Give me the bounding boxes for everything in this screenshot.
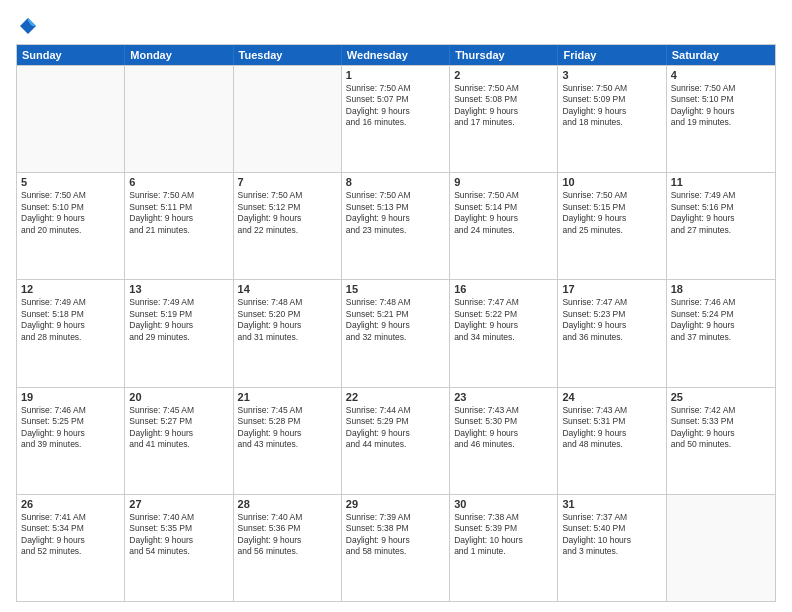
day-info: Sunrise: 7:50 AM Sunset: 5:11 PM Dayligh… — [129, 190, 228, 236]
day-info: Sunrise: 7:49 AM Sunset: 5:19 PM Dayligh… — [129, 297, 228, 343]
weekday-friday: Friday — [558, 45, 666, 65]
day-info: Sunrise: 7:47 AM Sunset: 5:22 PM Dayligh… — [454, 297, 553, 343]
calendar-cell-2-6: 18Sunrise: 7:46 AM Sunset: 5:24 PM Dayli… — [667, 280, 775, 386]
day-number: 24 — [562, 391, 661, 403]
weekday-monday: Monday — [125, 45, 233, 65]
weekday-tuesday: Tuesday — [234, 45, 342, 65]
calendar-cell-2-3: 15Sunrise: 7:48 AM Sunset: 5:21 PM Dayli… — [342, 280, 450, 386]
day-number: 8 — [346, 176, 445, 188]
calendar-cell-1-0: 5Sunrise: 7:50 AM Sunset: 5:10 PM Daylig… — [17, 173, 125, 279]
calendar-cell-0-5: 3Sunrise: 7:50 AM Sunset: 5:09 PM Daylig… — [558, 66, 666, 172]
day-info: Sunrise: 7:50 AM Sunset: 5:10 PM Dayligh… — [671, 83, 771, 129]
day-info: Sunrise: 7:45 AM Sunset: 5:28 PM Dayligh… — [238, 405, 337, 451]
day-number: 27 — [129, 498, 228, 510]
calendar-cell-4-1: 27Sunrise: 7:40 AM Sunset: 5:35 PM Dayli… — [125, 495, 233, 601]
day-info: Sunrise: 7:50 AM Sunset: 5:10 PM Dayligh… — [21, 190, 120, 236]
day-number: 28 — [238, 498, 337, 510]
day-info: Sunrise: 7:43 AM Sunset: 5:30 PM Dayligh… — [454, 405, 553, 451]
calendar-cell-1-5: 10Sunrise: 7:50 AM Sunset: 5:15 PM Dayli… — [558, 173, 666, 279]
calendar-cell-3-3: 22Sunrise: 7:44 AM Sunset: 5:29 PM Dayli… — [342, 388, 450, 494]
weekday-wednesday: Wednesday — [342, 45, 450, 65]
day-info: Sunrise: 7:37 AM Sunset: 5:40 PM Dayligh… — [562, 512, 661, 558]
calendar-cell-2-4: 16Sunrise: 7:47 AM Sunset: 5:22 PM Dayli… — [450, 280, 558, 386]
day-number: 9 — [454, 176, 553, 188]
day-info: Sunrise: 7:46 AM Sunset: 5:25 PM Dayligh… — [21, 405, 120, 451]
day-number: 4 — [671, 69, 771, 81]
calendar-cell-3-1: 20Sunrise: 7:45 AM Sunset: 5:27 PM Dayli… — [125, 388, 233, 494]
day-info: Sunrise: 7:39 AM Sunset: 5:38 PM Dayligh… — [346, 512, 445, 558]
day-number: 7 — [238, 176, 337, 188]
calendar-cell-3-2: 21Sunrise: 7:45 AM Sunset: 5:28 PM Dayli… — [234, 388, 342, 494]
day-info: Sunrise: 7:46 AM Sunset: 5:24 PM Dayligh… — [671, 297, 771, 343]
calendar-cell-0-0 — [17, 66, 125, 172]
calendar-cell-3-4: 23Sunrise: 7:43 AM Sunset: 5:30 PM Dayli… — [450, 388, 558, 494]
day-info: Sunrise: 7:42 AM Sunset: 5:33 PM Dayligh… — [671, 405, 771, 451]
calendar-row-5: 26Sunrise: 7:41 AM Sunset: 5:34 PM Dayli… — [17, 494, 775, 601]
calendar-cell-0-4: 2Sunrise: 7:50 AM Sunset: 5:08 PM Daylig… — [450, 66, 558, 172]
day-number: 13 — [129, 283, 228, 295]
day-number: 12 — [21, 283, 120, 295]
calendar-body: 1Sunrise: 7:50 AM Sunset: 5:07 PM Daylig… — [17, 65, 775, 601]
day-info: Sunrise: 7:45 AM Sunset: 5:27 PM Dayligh… — [129, 405, 228, 451]
day-number: 30 — [454, 498, 553, 510]
calendar-cell-1-3: 8Sunrise: 7:50 AM Sunset: 5:13 PM Daylig… — [342, 173, 450, 279]
day-number: 14 — [238, 283, 337, 295]
weekday-thursday: Thursday — [450, 45, 558, 65]
calendar-cell-4-5: 31Sunrise: 7:37 AM Sunset: 5:40 PM Dayli… — [558, 495, 666, 601]
calendar-cell-3-5: 24Sunrise: 7:43 AM Sunset: 5:31 PM Dayli… — [558, 388, 666, 494]
day-number: 21 — [238, 391, 337, 403]
day-number: 2 — [454, 69, 553, 81]
day-number: 19 — [21, 391, 120, 403]
calendar-cell-0-2 — [234, 66, 342, 172]
calendar-cell-3-6: 25Sunrise: 7:42 AM Sunset: 5:33 PM Dayli… — [667, 388, 775, 494]
day-number: 10 — [562, 176, 661, 188]
calendar-cell-1-6: 11Sunrise: 7:49 AM Sunset: 5:16 PM Dayli… — [667, 173, 775, 279]
calendar-row-1: 1Sunrise: 7:50 AM Sunset: 5:07 PM Daylig… — [17, 65, 775, 172]
calendar-cell-1-4: 9Sunrise: 7:50 AM Sunset: 5:14 PM Daylig… — [450, 173, 558, 279]
day-info: Sunrise: 7:40 AM Sunset: 5:36 PM Dayligh… — [238, 512, 337, 558]
day-info: Sunrise: 7:50 AM Sunset: 5:12 PM Dayligh… — [238, 190, 337, 236]
calendar-cell-2-1: 13Sunrise: 7:49 AM Sunset: 5:19 PM Dayli… — [125, 280, 233, 386]
day-number: 23 — [454, 391, 553, 403]
calendar-cell-4-4: 30Sunrise: 7:38 AM Sunset: 5:39 PM Dayli… — [450, 495, 558, 601]
calendar-cell-0-1 — [125, 66, 233, 172]
day-info: Sunrise: 7:44 AM Sunset: 5:29 PM Dayligh… — [346, 405, 445, 451]
day-info: Sunrise: 7:49 AM Sunset: 5:16 PM Dayligh… — [671, 190, 771, 236]
logo-icon — [18, 16, 38, 36]
day-number: 6 — [129, 176, 228, 188]
calendar-row-3: 12Sunrise: 7:49 AM Sunset: 5:18 PM Dayli… — [17, 279, 775, 386]
calendar-cell-3-0: 19Sunrise: 7:46 AM Sunset: 5:25 PM Dayli… — [17, 388, 125, 494]
calendar-cell-4-6 — [667, 495, 775, 601]
calendar-cell-4-3: 29Sunrise: 7:39 AM Sunset: 5:38 PM Dayli… — [342, 495, 450, 601]
weekday-saturday: Saturday — [667, 45, 775, 65]
calendar-cell-2-2: 14Sunrise: 7:48 AM Sunset: 5:20 PM Dayli… — [234, 280, 342, 386]
day-info: Sunrise: 7:50 AM Sunset: 5:15 PM Dayligh… — [562, 190, 661, 236]
day-info: Sunrise: 7:41 AM Sunset: 5:34 PM Dayligh… — [21, 512, 120, 558]
day-number: 15 — [346, 283, 445, 295]
day-number: 29 — [346, 498, 445, 510]
header — [16, 16, 776, 36]
day-info: Sunrise: 7:38 AM Sunset: 5:39 PM Dayligh… — [454, 512, 553, 558]
calendar-cell-1-2: 7Sunrise: 7:50 AM Sunset: 5:12 PM Daylig… — [234, 173, 342, 279]
day-info: Sunrise: 7:47 AM Sunset: 5:23 PM Dayligh… — [562, 297, 661, 343]
day-info: Sunrise: 7:43 AM Sunset: 5:31 PM Dayligh… — [562, 405, 661, 451]
day-number: 20 — [129, 391, 228, 403]
day-info: Sunrise: 7:40 AM Sunset: 5:35 PM Dayligh… — [129, 512, 228, 558]
day-number: 18 — [671, 283, 771, 295]
calendar-cell-4-0: 26Sunrise: 7:41 AM Sunset: 5:34 PM Dayli… — [17, 495, 125, 601]
calendar-cell-4-2: 28Sunrise: 7:40 AM Sunset: 5:36 PM Dayli… — [234, 495, 342, 601]
day-info: Sunrise: 7:48 AM Sunset: 5:20 PM Dayligh… — [238, 297, 337, 343]
logo — [16, 16, 38, 36]
calendar-cell-2-5: 17Sunrise: 7:47 AM Sunset: 5:23 PM Dayli… — [558, 280, 666, 386]
day-info: Sunrise: 7:49 AM Sunset: 5:18 PM Dayligh… — [21, 297, 120, 343]
calendar-cell-1-1: 6Sunrise: 7:50 AM Sunset: 5:11 PM Daylig… — [125, 173, 233, 279]
calendar-row-4: 19Sunrise: 7:46 AM Sunset: 5:25 PM Dayli… — [17, 387, 775, 494]
day-number: 11 — [671, 176, 771, 188]
day-number: 16 — [454, 283, 553, 295]
day-number: 5 — [21, 176, 120, 188]
calendar: Sunday Monday Tuesday Wednesday Thursday… — [16, 44, 776, 602]
day-info: Sunrise: 7:50 AM Sunset: 5:07 PM Dayligh… — [346, 83, 445, 129]
day-info: Sunrise: 7:50 AM Sunset: 5:08 PM Dayligh… — [454, 83, 553, 129]
calendar-cell-0-3: 1Sunrise: 7:50 AM Sunset: 5:07 PM Daylig… — [342, 66, 450, 172]
day-number: 17 — [562, 283, 661, 295]
